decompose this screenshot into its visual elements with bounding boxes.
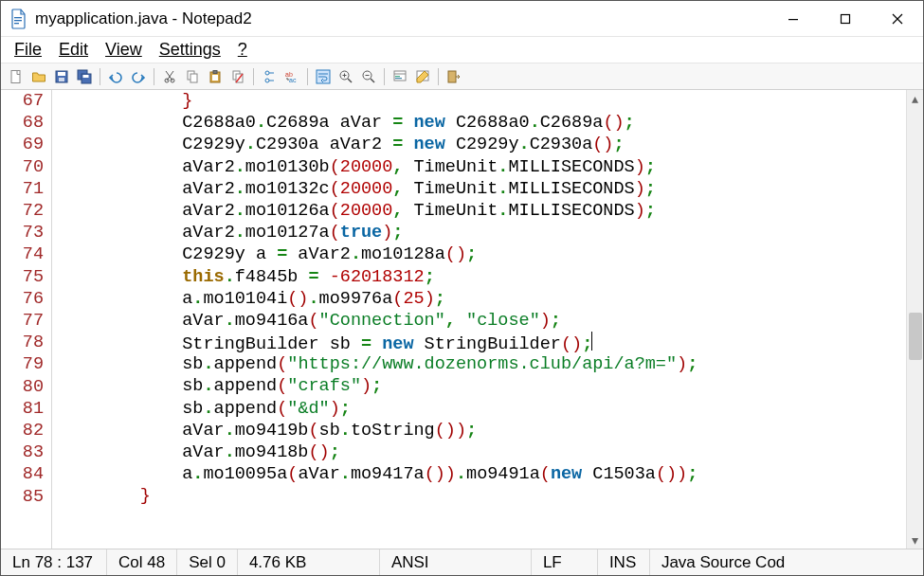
svg-rect-17	[213, 70, 217, 73]
svg-rect-15	[190, 74, 197, 82]
open-icon[interactable]	[28, 66, 49, 87]
exit-icon[interactable]	[444, 66, 464, 87]
scroll-down-arrow[interactable]: ▾	[907, 531, 923, 549]
menu-help[interactable]: ?	[230, 38, 255, 62]
replace-icon[interactable]: abac	[281, 66, 302, 87]
text-caret	[591, 332, 592, 351]
code-editor[interactable]: 67 68 69 70 71 72 73 74 75 76 77 78 79 8…	[1, 90, 906, 549]
paste-icon[interactable]	[205, 66, 226, 87]
close-button[interactable]	[871, 1, 923, 36]
undo-icon[interactable]	[105, 66, 126, 87]
status-bar: Ln 78 : 137 Col 48 Sel 0 4.76 KB ANSI LF…	[1, 549, 923, 575]
svg-rect-2	[14, 23, 19, 24]
toolbar: abac	[1, 63, 923, 90]
menu-edit[interactable]: Edit	[51, 38, 96, 62]
minimize-button[interactable]	[767, 1, 819, 36]
app-window: myapplication.java - Notepad2 File Edit …	[0, 0, 924, 576]
svg-point-22	[265, 79, 269, 82]
save-icon[interactable]	[51, 66, 72, 87]
code-line[interactable]: aVar2.mo10126a(20000, TimeUnit.MILLISECO…	[56, 200, 906, 222]
code-line[interactable]: sb.append("&d");	[56, 398, 906, 420]
delete-icon[interactable]	[227, 66, 248, 87]
toolbar-separator	[307, 68, 308, 85]
svg-rect-5	[11, 70, 20, 82]
code-line[interactable]: this.f4845b = -62018312;	[56, 266, 906, 288]
svg-rect-29	[395, 76, 400, 77]
status-eol[interactable]: LF	[532, 549, 598, 575]
menu-settings[interactable]: Settings	[152, 38, 228, 62]
maximize-button[interactable]	[819, 1, 871, 36]
toolbar-separator	[100, 68, 100, 85]
code-line[interactable]: aVar2.mo10132c(20000, TimeUnit.MILLISECO…	[56, 178, 906, 200]
window-buttons	[767, 1, 923, 36]
menu-file[interactable]: File	[7, 38, 49, 62]
window-title: myapplication.java - Notepad2	[35, 9, 767, 28]
code-line[interactable]: aVar2.mo10130b(20000, TimeUnit.MILLISECO…	[56, 156, 906, 178]
svg-rect-4	[841, 14, 849, 23]
code-line[interactable]: C2929y a = aVar2.mo10128a();	[56, 243, 906, 265]
status-selection[interactable]: Sel 0	[177, 549, 238, 575]
svg-rect-7	[58, 72, 65, 76]
menu-view[interactable]: View	[98, 38, 150, 62]
code-content[interactable]: } C2688a0.C2689a aVar = new C2688a0.C268…	[52, 90, 906, 549]
svg-point-21	[265, 71, 269, 75]
svg-rect-30	[395, 78, 402, 79]
editor-area: 67 68 69 70 71 72 73 74 75 76 77 78 79 8…	[1, 90, 923, 549]
code-line[interactable]: aVar.mo9416a("Connection", "close");	[56, 310, 906, 332]
scrollbar-thumb[interactable]	[909, 313, 922, 360]
copy-icon[interactable]	[182, 66, 203, 87]
code-line[interactable]: sb.append("crafs");	[56, 375, 906, 397]
code-line[interactable]: aVar2.mo10127a(true);	[56, 222, 906, 243]
code-line[interactable]: C2688a0.C2689a aVar = new C2688a0.C2689a…	[56, 112, 906, 134]
code-line[interactable]: }	[56, 90, 906, 112]
toolbar-separator	[438, 68, 439, 85]
status-insert-mode[interactable]: INS	[598, 549, 650, 575]
svg-rect-11	[83, 75, 89, 78]
code-line[interactable]: aVar.mo9418b();	[56, 441, 906, 463]
save-all-icon[interactable]	[74, 66, 95, 87]
scroll-up-arrow[interactable]: ▴	[907, 90, 923, 107]
toolbar-separator	[253, 68, 254, 85]
cut-icon[interactable]	[159, 66, 180, 87]
status-position[interactable]: Ln 78 : 137	[1, 549, 107, 575]
svg-rect-8	[59, 78, 64, 81]
wordwrap-icon[interactable]	[313, 66, 334, 87]
redo-icon[interactable]	[128, 66, 149, 87]
zoom-out-icon[interactable]	[358, 66, 379, 87]
app-icon	[10, 9, 27, 29]
svg-text:ac: ac	[289, 77, 297, 83]
svg-rect-32	[448, 71, 456, 82]
svg-rect-0	[14, 17, 22, 18]
toolbar-separator	[384, 68, 385, 85]
svg-rect-3	[788, 19, 798, 20]
code-line[interactable]: sb.append("https://www.dozenorms.club/ap…	[56, 353, 906, 375]
status-filesize[interactable]: 4.76 KB	[238, 549, 380, 575]
status-language[interactable]: Java Source Cod	[650, 549, 923, 575]
vertical-scrollbar[interactable]: ▴ ▾	[906, 90, 923, 549]
scheme-icon[interactable]	[390, 66, 410, 87]
code-line[interactable]: a.mo10095a(aVar.mo9417a()).mo9491a(new C…	[56, 463, 906, 485]
code-line[interactable]: StringBuilder sb = new StringBuilder();	[56, 332, 906, 353]
code-line[interactable]: }	[56, 485, 906, 507]
code-line[interactable]: aVar.mo9419b(sb.toString());	[56, 420, 906, 441]
status-column[interactable]: Col 48	[107, 549, 177, 575]
zoom-in-icon[interactable]	[335, 66, 356, 87]
svg-rect-18	[212, 75, 218, 81]
toolbar-separator	[154, 68, 154, 85]
code-line[interactable]: a.mo10104i().mo9976a(25);	[56, 288, 906, 310]
status-encoding[interactable]: ANSI	[380, 549, 532, 575]
title-bar: myapplication.java - Notepad2	[1, 1, 923, 37]
menu-bar: File Edit View Settings ?	[1, 37, 923, 63]
customize-icon[interactable]	[412, 66, 433, 87]
find-icon[interactable]	[259, 66, 280, 87]
new-icon[interactable]	[6, 66, 27, 87]
line-number-gutter: 67 68 69 70 71 72 73 74 75 76 77 78 79 8…	[1, 90, 52, 549]
svg-rect-1	[14, 20, 22, 21]
code-line[interactable]: C2929y.C2930a aVar2 = new C2929y.C2930a(…	[56, 134, 906, 155]
